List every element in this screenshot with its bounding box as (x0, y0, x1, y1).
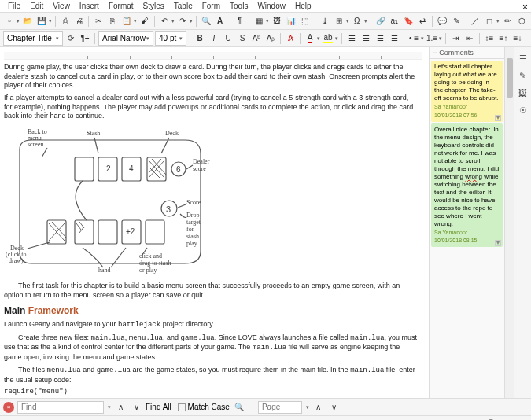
image-icon[interactable]: 🖼 (271, 15, 283, 28)
indent-dec-icon[interactable]: ⇤ (463, 32, 476, 45)
para-spacing-dec-icon[interactable]: ≡↓ (511, 32, 524, 45)
font-size[interactable]: 40 pt▾ (155, 31, 186, 46)
chevron-down-icon[interactable]: ▾ (496, 18, 500, 24)
chart-icon[interactable]: 📊 (285, 15, 297, 28)
horizontal-ruler[interactable] (4, 52, 422, 60)
chevron-down-icon[interactable]: ▾ (17, 18, 20, 24)
comment-icon[interactable]: 💬 (436, 15, 448, 28)
menu-tools[interactable]: Tools (225, 2, 253, 10)
special-char-icon[interactable]: Ω (351, 15, 363, 28)
document-pane[interactable]: During game play, the user clicks their … (0, 47, 429, 398)
new-style-icon[interactable]: ¶+ (79, 32, 91, 45)
align-center-icon[interactable]: ☰ (360, 32, 372, 45)
italic-button[interactable]: I (208, 32, 220, 45)
align-justify-icon[interactable]: ☰ (388, 32, 400, 45)
para-spacing-inc-icon[interactable]: ≡↑ (497, 32, 510, 45)
find-input[interactable] (17, 401, 104, 414)
clear-format-icon[interactable]: A̷ (284, 32, 297, 45)
find-prev-icon[interactable]: ∧ (114, 401, 127, 414)
new-icon[interactable]: ▫ (3, 15, 16, 28)
menu-help[interactable]: Help (290, 2, 316, 10)
highlight-icon[interactable]: ab (322, 32, 334, 45)
chevron-down-icon[interactable]: ▾ (364, 18, 367, 24)
match-case-checkbox[interactable] (178, 403, 186, 411)
minus-icon[interactable]: − (433, 49, 437, 57)
paste-icon[interactable]: 📋 (120, 15, 133, 28)
comment-menu-icon[interactable]: ▾ (495, 240, 501, 246)
undo-icon[interactable]: ↶ (158, 15, 171, 28)
underline-button[interactable]: U (222, 32, 234, 45)
navigator-tab-icon[interactable]: ☉ (517, 104, 529, 116)
spellcheck-icon[interactable]: A (214, 15, 227, 28)
menu-form[interactable]: Form (197, 2, 225, 10)
properties-tab-icon[interactable]: ☰ (517, 52, 529, 64)
scroll-thumb[interactable] (507, 58, 513, 98)
menu-table[interactable]: Table (169, 2, 197, 10)
superscript-button[interactable]: Aᵇ (250, 32, 263, 45)
menu-window[interactable]: Window (253, 2, 290, 10)
font-name[interactable]: Arial Narrow▾ (98, 31, 153, 46)
nonprinting-icon[interactable]: ¶ (234, 15, 246, 28)
align-left-icon[interactable]: ☰ (345, 32, 358, 45)
chevron-down-icon[interactable]: ▾ (190, 18, 193, 24)
number-list-icon[interactable]: 1.≡ (426, 32, 438, 45)
chevron-down-icon[interactable]: ▾ (346, 18, 349, 24)
strike-button[interactable]: S (236, 32, 249, 45)
clone-format-icon[interactable]: 🖌 (138, 15, 151, 28)
chevron-down-icon[interactable]: ▾ (317, 35, 320, 42)
find-all-button[interactable]: Find All (146, 403, 171, 411)
table-icon[interactable]: ▦ (253, 15, 265, 28)
textbox-icon[interactable]: ⬚ (299, 15, 312, 28)
print-icon[interactable]: 🖨 (73, 15, 86, 28)
styles-tab-icon[interactable]: ✎ (517, 69, 529, 82)
bold-button[interactable]: B (194, 32, 206, 45)
chevron-down-icon[interactable]: ▾ (266, 18, 269, 24)
close-icon[interactable]: × (522, 2, 528, 13)
gallery-tab-icon[interactable]: 🖼 (517, 87, 529, 99)
cross-ref-icon[interactable]: ⇄ (416, 15, 429, 28)
find-options-icon[interactable]: 🔍 (233, 401, 245, 414)
find-close-icon[interactable]: × (3, 402, 14, 413)
bookmark-icon[interactable]: 🔖 (402, 15, 415, 28)
page-input[interactable] (258, 401, 302, 414)
vertical-scrollbar[interactable] (504, 47, 514, 398)
find-next-icon[interactable]: ∨ (130, 401, 142, 414)
align-right-icon[interactable]: ☰ (374, 32, 386, 45)
show-draw-icon[interactable]: ⬡ (515, 15, 528, 28)
font-color-icon[interactable]: A (304, 32, 316, 45)
comment-menu-icon[interactable]: ▾ (495, 115, 501, 121)
indent-inc-icon[interactable]: ⇥ (449, 32, 462, 45)
line-icon[interactable]: ／ (470, 15, 482, 28)
chevron-down-icon[interactable]: ▾ (421, 35, 424, 42)
bullet-list-icon[interactable]: • ≡ (407, 32, 420, 45)
save-icon[interactable]: 💾 (35, 15, 48, 28)
chevron-down-icon[interactable]: ▾ (134, 18, 137, 24)
chevron-down-icon[interactable]: ▾ (306, 404, 309, 411)
page-next-icon[interactable]: ∨ (328, 401, 341, 414)
chevron-down-icon[interactable]: ▾ (439, 35, 442, 42)
redo-icon[interactable]: ↷ (176, 15, 189, 28)
chevron-down-icon[interactable]: ▾ (108, 404, 111, 411)
menu-file[interactable]: File (3, 2, 25, 10)
subscript-button[interactable]: Aᵦ (264, 32, 277, 45)
menu-insert[interactable]: Insert (75, 2, 104, 10)
update-style-icon[interactable]: ⟳ (65, 32, 77, 45)
export-pdf-icon[interactable]: ⎙ (59, 15, 72, 28)
shapes-icon[interactable]: ◻ (483, 15, 496, 28)
cut-icon[interactable]: ✂ (92, 15, 105, 28)
paragraph-style[interactable]: Chapter Title▾ (3, 31, 63, 46)
hyperlink-icon[interactable]: 🔗 (374, 15, 387, 28)
chevron-down-icon[interactable]: ▾ (49, 18, 52, 24)
draw-icon[interactable]: ✏ (501, 15, 514, 28)
open-icon[interactable]: 📂 (21, 15, 34, 28)
line-spacing-icon[interactable]: ↕≡ (483, 32, 496, 45)
chevron-down-icon[interactable]: ▾ (171, 18, 175, 24)
menu-format[interactable]: Format (104, 2, 138, 10)
comment-item[interactable]: Let's start all chapter laying out what … (431, 61, 503, 122)
find-replace-icon[interactable]: 🔍 (200, 15, 212, 28)
menu-view[interactable]: View (48, 2, 75, 10)
page-prev-icon[interactable]: ∧ (312, 401, 325, 414)
menu-styles[interactable]: Styles (138, 2, 169, 10)
comment-item[interactable]: Overall nice chapter. In the menu design… (431, 123, 503, 248)
chevron-down-icon[interactable]: ▾ (335, 35, 338, 42)
